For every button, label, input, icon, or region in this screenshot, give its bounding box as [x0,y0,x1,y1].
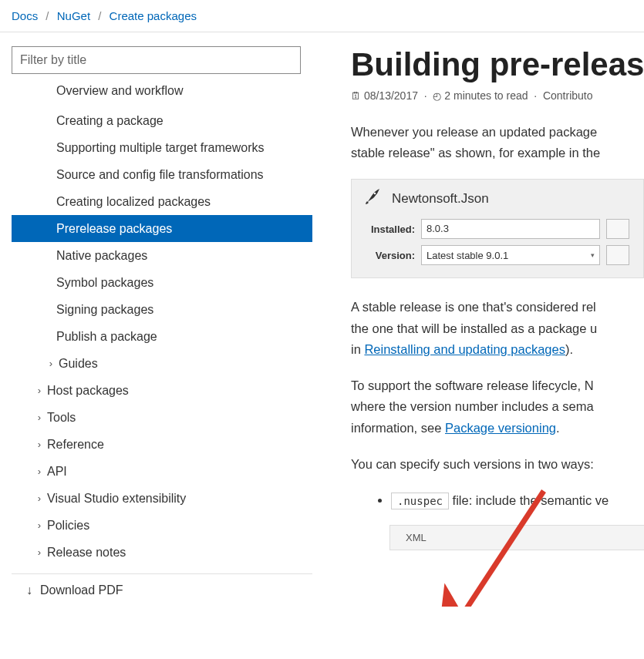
calendar-icon: 🗓 [351,90,361,102]
package-title: Newtonsoft.Json [364,187,631,210]
article-date: 08/13/2017 [364,89,418,102]
article-contributors: Contributo [543,89,593,102]
version-action-button[interactable] [606,245,629,265]
link-versioning[interactable]: Package versioning [445,421,556,435]
download-label: Download PDF [40,583,123,597]
chevron-right-icon: › [34,439,45,450]
version-label: Version: [364,250,421,261]
link-reinstalling[interactable]: Reinstalling and updating packages [364,342,565,356]
breadcrumb-sep: / [41,9,53,22]
download-arrow-icon: ↓ [26,583,32,597]
chevron-right-icon: › [34,466,45,477]
sidebar-item-label: Visual Studio extensibility [47,492,186,506]
article-meta: 🗓 08/13/2017 · ◴ 2 minutes to read · Con… [351,89,644,102]
sidebar-item-label: Host packages [47,384,129,398]
installed-value[interactable]: 8.0.3 [421,219,600,239]
sidebar-item-release-notes[interactable]: ›Release notes [12,539,312,566]
rocket-icon [364,187,383,210]
chevron-right-icon: › [46,358,56,369]
chevron-right-icon: › [34,519,45,531]
article-readtime: 2 minutes to read [444,89,528,102]
sidebar-item-localized[interactable]: Creating localized packages [12,188,312,215]
version-value: Latest stable 9.0.1 [427,250,508,261]
sidebar-item-publish[interactable]: Publish a package [12,323,312,350]
sidebar-item-reference[interactable]: ›Reference [12,431,312,458]
sidebar: Overview and workflow Creating a package… [0,32,324,607]
sidebar-item-overview[interactable]: Overview and workflow [12,80,312,107]
paragraph: You can specify such versions in two way… [351,454,644,475]
package-name: Newtonsoft.Json [392,191,489,207]
caret-down-icon: ▾ [591,251,595,259]
sidebar-item-native[interactable]: Native packages [12,242,312,269]
sidebar-item-transforms[interactable]: Source and config file transformations [12,161,312,188]
sidebar-item-prerelease[interactable]: Prerelease packages [12,215,312,242]
version-row: Version: Latest stable 9.0.1 ▾ [364,245,631,265]
sidebar-nav: Overview and workflow Creating a package… [12,80,312,566]
sidebar-item-tools[interactable]: ›Tools [12,404,312,431]
list-item: .nuspec file: include the semantic ve [391,490,644,511]
sidebar-item-label: Reference [47,438,104,452]
breadcrumb-sep: / [93,9,106,22]
sidebar-item-label: Tools [47,411,76,425]
sidebar-item-signing[interactable]: Signing packages [12,296,312,323]
sidebar-item-guides[interactable]: ›Guides [12,350,312,377]
article: Building pre-release 🗓 08/13/2017 · ◴ 2 … [324,32,644,607]
version-dropdown[interactable]: Latest stable 9.0.1 ▾ [421,245,600,265]
installed-action-button[interactable] [606,219,629,239]
sidebar-item-label: Release notes [47,546,126,560]
sidebar-item-frameworks[interactable]: Supporting multiple target frameworks [12,134,312,161]
code-nuspec: .nuspec [391,493,449,509]
sidebar-item-symbol[interactable]: Symbol packages [12,269,312,296]
sidebar-item-creating[interactable]: Creating a package [12,107,312,134]
sidebar-item-policies[interactable]: ›Policies [12,512,312,539]
installed-row: Installed: 8.0.3 [364,219,631,239]
code-block-header: XML [389,525,644,550]
installed-label: Installed: [364,224,421,235]
breadcrumb-create-packages[interactable]: Create packages [110,9,197,22]
filter-input[interactable] [12,46,301,74]
sidebar-item-api[interactable]: ›API [12,458,312,485]
svg-point-0 [374,193,376,195]
paragraph: Whenever you release an updated package … [351,122,644,163]
breadcrumb-docs[interactable]: Docs [12,9,38,22]
download-pdf-button[interactable]: ↓ Download PDF [12,573,312,607]
chevron-right-icon: › [34,546,45,558]
sidebar-item-label: API [47,465,67,479]
breadcrumb-nuget[interactable]: NuGet [57,9,90,22]
page-title: Building pre-release [351,46,644,83]
paragraph: To support the software release lifecycl… [351,375,644,439]
sidebar-item-vs-ext[interactable]: ›Visual Studio extensibility [12,485,312,512]
breadcrumb: Docs / NuGet / Create packages [0,0,644,32]
clock-icon: ◴ [433,90,441,102]
bullet-list: .nuspec file: include the semantic ve [391,490,644,511]
package-infobox: Newtonsoft.Json Installed: 8.0.3 Version… [351,179,644,278]
chevron-right-icon: › [34,412,45,423]
sidebar-item-host[interactable]: ›Host packages [12,377,312,404]
paragraph: A stable release is one that's considere… [351,297,644,360]
sidebar-item-label: Policies [47,519,89,533]
sidebar-item-label: Guides [59,357,98,371]
chevron-right-icon: › [34,385,45,396]
chevron-right-icon: › [34,493,45,504]
